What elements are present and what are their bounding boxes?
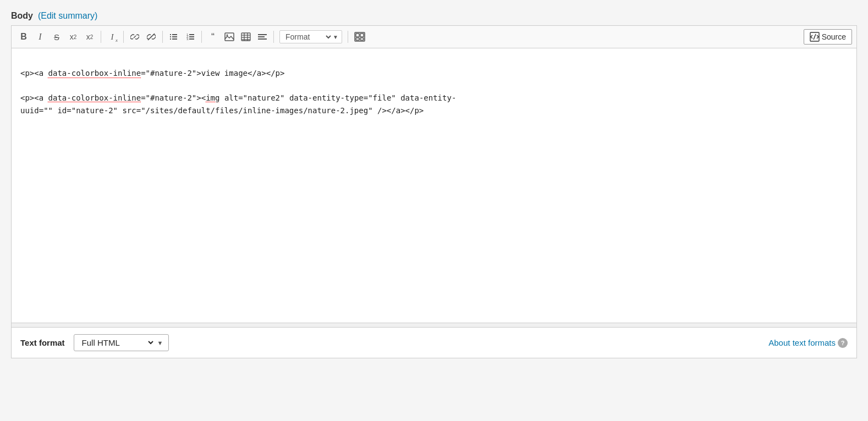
clear-format-button[interactable]: Ix [105,29,120,45]
media-icon [354,32,365,42]
align-button[interactable] [255,29,270,45]
unlink-button[interactable] [144,29,159,45]
svg-rect-8 [189,34,194,35]
svg-rect-10 [189,36,194,37]
svg-rect-25 [356,34,359,37]
footer: Text format Full HTML Basic HTML Restric… [12,328,856,358]
resize-bar[interactable] [12,323,856,328]
svg-rect-21 [258,34,267,35]
svg-rect-2 [172,34,177,35]
source-label: Source [822,32,846,41]
source-icon [810,32,820,42]
text-format-label: Text format [20,338,65,347]
table-icon [241,32,251,41]
toolbar: B I S x2 x2 Ix [12,26,856,48]
spell-error-3: img [206,93,219,102]
separator-5 [273,31,274,43]
format-select-arrow: ▼ [157,340,163,346]
editor-wrapper: B I S x2 x2 Ix [11,25,857,358]
svg-rect-22 [258,36,265,37]
content-area[interactable]: <p><a data-colorbox-inline="#nature-2">v… [12,48,856,323]
separator-6 [348,31,348,43]
about-section: About text formats ? [768,338,848,348]
link-button[interactable] [127,29,142,45]
subscript-button[interactable]: x2 [82,29,97,45]
body-title-text: Body [11,11,33,20]
help-icon[interactable]: ? [838,338,848,348]
separator-4 [201,31,202,43]
svg-rect-12 [189,38,194,40]
svg-rect-26 [360,34,364,37]
bold-button[interactable]: B [16,29,31,45]
separator-2 [123,31,124,43]
media-button[interactable] [351,29,368,45]
body-label: Body (Edit summary) [11,11,857,21]
svg-rect-6 [172,38,177,40]
align-icon [257,32,267,41]
about-link[interactable]: About text formats [768,338,836,347]
svg-point-14 [227,35,228,36]
ordered-list-button[interactable]: 1. 2. 3. [183,29,198,45]
separator-3 [162,31,163,43]
content-line2: <p><a data-colorbox-inline="#nature-2"><… [20,93,456,114]
blockquote-button[interactable]: “ [205,29,221,45]
image-button[interactable] [222,29,237,45]
image-icon [224,32,234,41]
ordered-list-icon: 1. 2. 3. [186,32,195,41]
table-button[interactable] [238,29,254,45]
italic-button[interactable]: I [32,29,48,45]
format-dropdown-arrow: ▼ [333,34,338,40]
svg-rect-27 [356,38,359,40]
spell-error-1: data-colorbox-inline [48,69,141,77]
svg-line-30 [814,34,816,40]
superscript-button[interactable]: x2 [65,29,81,45]
link-icon [130,32,139,41]
svg-rect-4 [172,36,177,37]
unordered-list-button[interactable] [166,29,182,45]
svg-rect-23 [258,38,267,40]
text-format-section: Text format Full HTML Basic HTML Restric… [20,334,169,351]
format-select-wrapper-footer: Full HTML Basic HTML Restricted HTML Pla… [74,334,169,351]
unordered-list-icon [169,32,178,41]
spell-error-2: data-colorbox-inline [48,93,141,102]
format-dropdown[interactable]: Format Heading 1 Heading 2 Paragraph [283,32,333,42]
unlink-icon [147,32,156,41]
strikethrough-button[interactable]: S [49,29,64,45]
content-line1: <p><a data-colorbox-inline="#nature-2">v… [20,69,284,77]
separator-1 [101,31,101,43]
svg-text:3.: 3. [186,37,189,41]
svg-rect-1 [170,34,171,35]
source-button[interactable]: Source [804,29,852,45]
format-dropdown-wrapper: Format Heading 1 Heading 2 Paragraph ▼ [279,30,342,43]
svg-rect-5 [170,38,171,40]
edit-summary-link[interactable]: (Edit summary) [38,11,97,20]
text-format-select[interactable]: Full HTML Basic HTML Restricted HTML Pla… [80,337,155,348]
svg-rect-3 [170,36,171,37]
svg-rect-28 [360,38,364,40]
